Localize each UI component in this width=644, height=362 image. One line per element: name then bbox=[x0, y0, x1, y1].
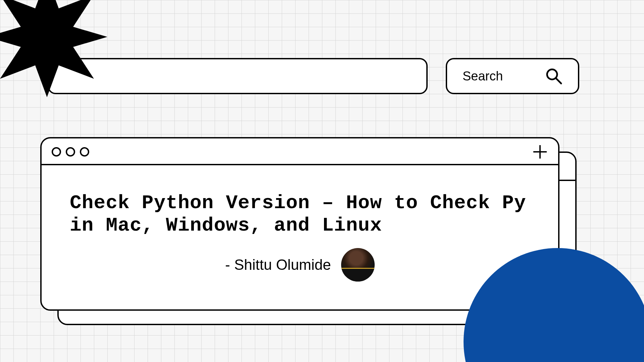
svg-marker-0 bbox=[0, 0, 107, 97]
starburst-decoration bbox=[0, 0, 107, 97]
author-avatar bbox=[341, 248, 375, 282]
window-divider bbox=[42, 164, 558, 165]
search-icon bbox=[545, 67, 562, 85]
byline-prefix: - bbox=[225, 256, 234, 273]
byline-row: - Shittu Olumide bbox=[70, 248, 530, 282]
svg-line-2 bbox=[556, 78, 561, 83]
window-dot bbox=[52, 147, 61, 157]
search-label: Search bbox=[463, 69, 503, 83]
article-title: Check Python Version – How to Check Py i… bbox=[70, 192, 530, 237]
window-dot bbox=[66, 147, 75, 157]
traffic-lights bbox=[52, 147, 89, 157]
window-dot bbox=[80, 147, 89, 157]
article-byline: - Shittu Olumide bbox=[225, 256, 331, 273]
browser-window-front: Check Python Version – How to Check Py i… bbox=[40, 137, 559, 311]
author-name: Shittu Olumide bbox=[234, 256, 331, 273]
article-content: Check Python Version – How to Check Py i… bbox=[70, 192, 530, 282]
search-box[interactable]: Search bbox=[446, 58, 579, 94]
new-tab-icon[interactable] bbox=[533, 145, 547, 159]
